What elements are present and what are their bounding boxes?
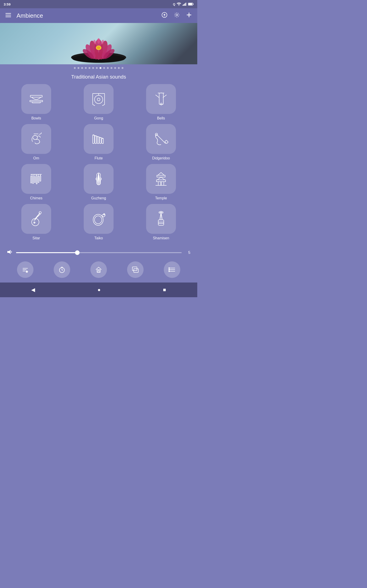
svg-rect-118 (98, 271, 99, 272)
dot-7[interactable] (96, 67, 98, 69)
signal-icon (183, 2, 187, 6)
wifi-icon (177, 2, 181, 6)
shamisen-icon-box[interactable] (146, 204, 176, 234)
dot-12[interactable] (114, 67, 116, 69)
nav-favorites[interactable] (17, 261, 33, 278)
app-bar: Ambience (0, 8, 197, 23)
bells-label: Bells (157, 116, 165, 120)
chimes-icon-box[interactable] (21, 164, 51, 194)
bells-icon (153, 91, 169, 107)
svg-point-126 (169, 271, 169, 272)
gong-icon-box[interactable] (84, 84, 114, 114)
svg-rect-0 (183, 5, 183, 6)
svg-rect-15 (187, 15, 191, 15)
status-icons: Q (173, 2, 194, 6)
app-title: Ambience (17, 12, 161, 19)
bowls-icon-box[interactable] (21, 84, 51, 114)
svg-rect-51 (97, 137, 99, 144)
recents-button[interactable]: ■ (163, 287, 166, 293)
menu-button[interactable] (5, 12, 12, 19)
flute-icon (90, 131, 107, 147)
app-notification-icon: Q (173, 2, 175, 6)
home-button[interactable]: ● (98, 287, 100, 293)
om-icon-box[interactable] (21, 124, 51, 154)
nav-home[interactable] (90, 261, 107, 278)
dot-5[interactable] (89, 67, 90, 69)
svg-point-125 (169, 269, 169, 270)
svg-rect-69 (38, 176, 39, 183)
back-button[interactable]: ◀ (31, 287, 35, 293)
nav-list[interactable] (164, 261, 180, 278)
sound-item-didgeridoo[interactable]: Didgeridoo (132, 124, 190, 160)
svg-rect-8 (6, 13, 11, 14)
svg-rect-50 (95, 136, 97, 144)
dot-9[interactable] (103, 67, 105, 69)
dot-10[interactable] (107, 67, 109, 69)
dot-4[interactable] (85, 67, 87, 69)
sound-item-taiko[interactable]: Taiko (69, 204, 128, 240)
svg-rect-10 (6, 17, 11, 17)
sound-item-bowls[interactable]: Bowls (7, 84, 66, 120)
dot-1[interactable] (74, 67, 76, 69)
taiko-icon-box[interactable] (84, 204, 114, 234)
dot-6[interactable] (92, 67, 94, 69)
sound-item-chimes[interactable]: Chimes (7, 164, 66, 200)
lotus-illustration (62, 27, 135, 64)
svg-rect-82 (161, 182, 164, 185)
temple-icon (153, 171, 169, 187)
sitar-icon (28, 211, 44, 227)
volume-track[interactable] (16, 252, 182, 253)
didgeridoo-icon-box[interactable] (146, 124, 176, 154)
dot-14[interactable] (122, 67, 123, 69)
svg-rect-49 (93, 135, 94, 144)
svg-rect-31 (30, 95, 42, 97)
volume-bar: 5 (0, 245, 197, 259)
bowls-label: Bowls (31, 116, 41, 120)
sound-item-temple[interactable]: Temple (132, 164, 190, 200)
sound-item-shamisen[interactable]: Shamisen (132, 204, 190, 240)
dot-13[interactable] (118, 67, 120, 69)
svg-rect-68 (36, 175, 37, 184)
svg-rect-42 (159, 93, 163, 104)
sound-item-flute[interactable]: Flute (69, 124, 128, 160)
dot-2[interactable] (77, 67, 79, 69)
svg-line-55 (156, 134, 166, 144)
status-bar: 3:59 Q (0, 0, 197, 8)
settings-button[interactable] (173, 11, 181, 20)
taiko-label: Taiko (94, 236, 103, 240)
pagination-dots (0, 64, 197, 72)
svg-rect-3 (185, 3, 186, 6)
volume-value: 5 (185, 250, 190, 255)
sound-item-bells[interactable]: Bells (132, 84, 190, 120)
bowls-icon (28, 91, 44, 107)
temple-icon-box[interactable] (146, 164, 176, 194)
sound-item-guzheng[interactable]: Guzheng (69, 164, 128, 200)
bells-icon-box[interactable] (146, 84, 176, 114)
volume-thumb[interactable] (75, 250, 80, 255)
om-label: Om (33, 156, 39, 160)
sound-item-sitar[interactable]: Sitar (7, 204, 66, 240)
dot-8-active[interactable] (100, 67, 101, 69)
dot-11[interactable] (110, 67, 112, 69)
nav-timer[interactable] (54, 261, 70, 278)
sitar-icon-box[interactable] (21, 204, 51, 234)
flute-icon-box[interactable] (84, 124, 114, 154)
svg-marker-108 (7, 250, 10, 254)
svg-line-41 (102, 104, 105, 106)
sound-item-om[interactable]: Om (7, 124, 66, 160)
guzheng-icon-box[interactable] (84, 164, 114, 194)
svg-line-40 (93, 104, 95, 106)
svg-line-43 (156, 95, 159, 98)
svg-rect-52 (100, 138, 101, 144)
chimes-label: Chimes (30, 196, 42, 200)
upload-button[interactable] (161, 11, 168, 20)
nav-screens[interactable] (127, 261, 144, 278)
time-display: 3:59 (4, 2, 10, 6)
svg-point-105 (162, 212, 163, 213)
dot-3[interactable] (81, 67, 83, 69)
sound-item-gong[interactable]: Gong (69, 84, 128, 120)
svg-rect-117 (97, 270, 100, 272)
guzheng-icon (90, 171, 107, 187)
gong-icon (90, 91, 107, 107)
add-button[interactable] (185, 11, 193, 20)
